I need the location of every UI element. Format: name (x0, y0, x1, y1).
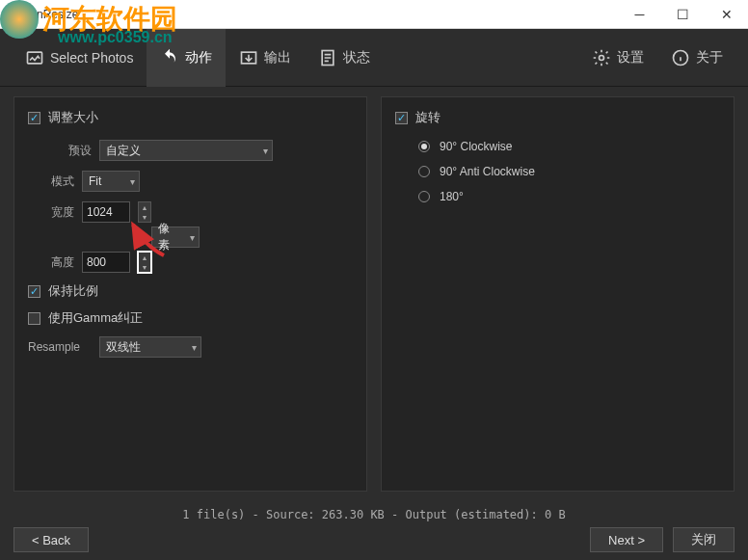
tab-label: Select Photos (50, 50, 133, 66)
rotate-checkbox[interactable] (395, 112, 408, 124)
resize-panel: 调整大小 预设 自定义 模式 Fit 宽度 1024 ▲▼ 像素 高度 800 … (13, 96, 367, 492)
spin-down-icon: ▼ (139, 262, 150, 272)
unit-select[interactable]: 像素 (151, 227, 200, 248)
rotate-option-label: 90° Clockwise (440, 140, 513, 153)
close-button[interactable]: 关闭 (673, 527, 735, 552)
mode-select[interactable]: Fit (82, 171, 140, 192)
resample-select[interactable]: 双线性 (99, 336, 201, 358)
keep-ratio-checkbox[interactable] (28, 285, 40, 298)
tab-label: 状态 (343, 49, 370, 67)
width-spinner[interactable]: ▲▼ (138, 201, 151, 223)
settings-button[interactable]: 设置 (578, 29, 657, 87)
content-area: 调整大小 预设 自定义 模式 Fit 宽度 1024 ▲▼ 像素 高度 800 … (0, 87, 748, 501)
undo-icon (160, 48, 179, 67)
spin-up-icon: ▲ (139, 253, 150, 262)
tab-actions[interactable]: 动作 (147, 29, 226, 87)
rotate-option-90ccw[interactable]: 90° Anti Clockwise (418, 165, 720, 178)
tab-label: 输出 (264, 49, 291, 67)
close-window-button[interactable]: ✕ (705, 0, 748, 29)
gamma-label: 使用Gamma纠正 (48, 309, 143, 327)
info-icon (671, 48, 690, 67)
about-label: 关于 (696, 49, 723, 67)
settings-label: 设置 (617, 49, 644, 67)
window-title: XnResize (29, 8, 618, 21)
rotate-header: 旋转 (395, 109, 720, 126)
tab-label: 动作 (185, 49, 212, 67)
spin-down-icon: ▼ (139, 212, 150, 222)
width-label: 宽度 (28, 204, 74, 221)
height-label: 高度 (28, 254, 74, 271)
tab-select-photos[interactable]: Select Photos (12, 29, 147, 87)
resize-checkbox[interactable] (28, 112, 40, 124)
tab-status[interactable]: 状态 (305, 29, 384, 87)
output-icon (239, 48, 258, 67)
window-titlebar: XnResize ─ ☐ ✕ (0, 0, 748, 29)
radio-90cw[interactable] (418, 141, 430, 152)
svg-point-3 (600, 55, 604, 60)
footer: < Back Next > 关闭 (0, 524, 748, 555)
tab-output[interactable]: 输出 (226, 29, 305, 87)
maximize-button[interactable]: ☐ (661, 0, 705, 29)
radio-180[interactable] (418, 191, 430, 202)
photos-icon (25, 48, 44, 67)
resize-title: 调整大小 (48, 109, 98, 126)
mode-label: 模式 (28, 173, 74, 190)
radio-90ccw[interactable] (418, 166, 430, 177)
minimize-button[interactable]: ─ (618, 0, 661, 29)
preset-select[interactable]: 自定义 (99, 140, 273, 161)
width-input[interactable]: 1024 (82, 201, 130, 223)
status-icon (318, 48, 337, 67)
back-button[interactable]: < Back (13, 527, 89, 552)
status-bar: 1 file(s) - Source: 263.30 KB - Output (… (0, 508, 748, 521)
next-button[interactable]: Next > (590, 527, 663, 552)
resample-label: Resample (28, 340, 92, 354)
rotate-panel: 旋转 90° Clockwise 90° Anti Clockwise 180° (381, 96, 735, 492)
rotate-option-90cw[interactable]: 90° Clockwise (418, 140, 720, 153)
about-button[interactable]: 关于 (657, 29, 736, 87)
main-toolbar: Select Photos 动作 输出 状态 设置 关于 (0, 29, 748, 87)
gamma-checkbox[interactable] (28, 312, 40, 325)
rotate-option-label: 180° (440, 190, 464, 203)
height-spinner[interactable]: ▲▼ (138, 252, 151, 273)
keep-ratio-label: 保持比例 (48, 282, 98, 300)
gear-icon (592, 48, 611, 67)
spin-up-icon: ▲ (139, 202, 150, 212)
rotate-option-180[interactable]: 180° (418, 190, 720, 203)
height-input[interactable]: 800 (82, 252, 130, 273)
rotate-title: 旋转 (415, 109, 441, 126)
app-icon (8, 7, 23, 22)
resize-header: 调整大小 (28, 109, 353, 126)
preset-label: 预设 (28, 143, 92, 159)
rotate-option-label: 90° Anti Clockwise (440, 165, 535, 178)
